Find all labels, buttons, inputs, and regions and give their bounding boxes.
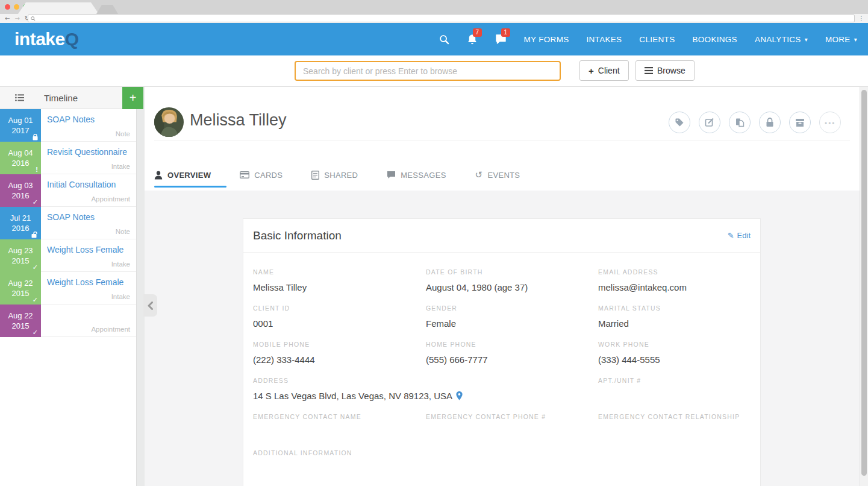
- lock-button[interactable]: [759, 112, 781, 133]
- info-row: NAMEMelissa Tilley DATE OF BIRTHAugust 0…: [253, 268, 751, 294]
- messages-bubble-button[interactable]: 1: [495, 34, 507, 45]
- address-search-icon: [31, 16, 36, 21]
- entry-date-block: Aug 03 2016 ✓: [0, 174, 41, 207]
- check-icon: ✓: [33, 329, 38, 336]
- tab-overview[interactable]: OVERVIEW: [154, 164, 211, 186]
- field-label: DATE OF BIRTH: [426, 268, 598, 277]
- bell-badge: 7: [473, 28, 482, 37]
- sidebar-collapse-handle[interactable]: [143, 294, 157, 317]
- chevron-down-icon: ▾: [854, 36, 857, 43]
- nav-item-bookings[interactable]: BOOKINGS: [692, 35, 737, 44]
- edit-basic-info-link[interactable]: ✎ Edit: [728, 231, 751, 240]
- credit-card-icon: [240, 171, 249, 178]
- lock-icon: [766, 118, 774, 127]
- field-value: Married: [598, 317, 751, 330]
- field-label: MARITAL STATUS: [598, 305, 751, 313]
- close-window-button[interactable]: [5, 4, 10, 10]
- entry-date-block: Aug 04 2016 !: [0, 142, 41, 174]
- timeline-entry[interactable]: Aug 01 2017 SOAP Notes Note: [0, 109, 136, 142]
- timeline-entry[interactable]: Aug 22 2015 ✓ Weight Loss Female Intake: [0, 272, 136, 305]
- map-pin-icon[interactable]: [456, 391, 463, 400]
- field-label: NAME: [253, 268, 426, 277]
- field-value: (555) 666-7777: [426, 353, 598, 366]
- timeline-entry[interactable]: Aug 03 2016 ✓ Initial Consultation Appoi…: [0, 174, 136, 207]
- field-value: [598, 425, 751, 438]
- archive-button[interactable]: [789, 112, 811, 133]
- scrollbar-thumb[interactable]: [861, 90, 867, 476]
- timeline-entry[interactable]: Aug 23 2015 ✓ Weight Loss Female Intake: [0, 239, 136, 272]
- copy-documents-button[interactable]: [729, 112, 751, 133]
- client-avatar[interactable]: [154, 107, 184, 137]
- browse-button[interactable]: Browse: [635, 60, 695, 81]
- entry-title[interactable]: Weight Loss Female: [47, 245, 130, 254]
- client-search-input[interactable]: [295, 61, 561, 81]
- browser-tab[interactable]: [18, 2, 99, 14]
- check-icon: ✓: [33, 297, 38, 303]
- check-icon: ✓: [33, 199, 38, 206]
- card-title: Basic Information: [253, 229, 342, 242]
- address-bar[interactable]: [28, 14, 855, 22]
- notifications-bell-button[interactable]: 7: [467, 34, 478, 45]
- unlock-icon: [31, 232, 38, 238]
- timeline-title: Timeline: [0, 93, 122, 103]
- entry-date-block: Aug 23 2015 ✓: [0, 239, 41, 272]
- timeline-entry[interactable]: Jul 21 2016 SOAP Notes Note: [0, 207, 136, 239]
- check-icon: ✓: [33, 264, 38, 271]
- client-detail-panel: Basic Information ✎ Edit NAMEMelissa Til…: [145, 87, 860, 486]
- exclamation-icon: !: [36, 166, 38, 173]
- field-value: [253, 425, 426, 438]
- forward-icon[interactable]: →: [14, 14, 19, 22]
- search-icon[interactable]: [439, 34, 449, 45]
- field-label: EMERGENCY CONTACT NAME: [253, 413, 426, 421]
- timeline-entry[interactable]: Aug 04 2016 ! Revisit Questionnaire Inta…: [0, 142, 136, 174]
- nav-item-my-forms[interactable]: MY FORMS: [524, 35, 569, 44]
- field-label: APT./UNIT #: [598, 377, 751, 385]
- document-icon: [311, 171, 319, 180]
- entry-title[interactable]: Initial Consultation: [47, 180, 130, 189]
- timeline-entry[interactable]: Aug 22 2015 ✓ Appointment: [0, 305, 136, 337]
- add-timeline-entry-button[interactable]: +: [122, 87, 143, 109]
- browser-titlebar: [0, 0, 868, 14]
- back-icon[interactable]: ←: [5, 14, 10, 22]
- tab-events[interactable]: ↺ EVENTS: [475, 164, 520, 186]
- intakeq-logo[interactable]: intakeQ: [14, 29, 79, 49]
- field-value: Melissa Tilley: [253, 280, 426, 294]
- entry-title[interactable]: SOAP Notes: [47, 115, 130, 124]
- tag-button[interactable]: [669, 112, 690, 133]
- timeline-header: Timeline +: [0, 87, 136, 109]
- new-tab-button[interactable]: [96, 5, 118, 14]
- edit-note-icon: [705, 118, 714, 127]
- entry-title[interactable]: SOAP Notes: [47, 212, 130, 222]
- plus-icon: +: [589, 66, 594, 76]
- chevron-left-icon: [148, 301, 153, 310]
- header-divider: [154, 140, 850, 140]
- client-action-buttons: ●●●: [669, 112, 841, 133]
- add-client-button[interactable]: + Client: [579, 60, 629, 81]
- entry-title[interactable]: Weight Loss Female: [47, 277, 130, 287]
- nav-item-clients[interactable]: CLIENTS: [639, 35, 675, 44]
- entry-type: Note: [116, 228, 130, 235]
- browser-menu-icon[interactable]: ⋮: [858, 14, 864, 23]
- person-icon: [154, 171, 163, 180]
- nav-item-analytics[interactable]: ANALYTICS▾: [755, 35, 808, 44]
- tab-shared[interactable]: SHARED: [311, 164, 358, 186]
- entry-title[interactable]: Revisit Questionnaire: [47, 147, 130, 157]
- edit-icon: ✎: [728, 231, 734, 240]
- field-label: EMERGENCY CONTACT PHONE #: [426, 413, 598, 421]
- client-tabs: OVERVIEW CARDS SHARED MESSAGES: [154, 164, 520, 186]
- app-navbar: intakeQ 7 1 MY FORMS INTAKES CLIENTS BOO…: [0, 23, 868, 55]
- nav-item-intakes[interactable]: INTAKES: [586, 35, 622, 44]
- more-actions-button[interactable]: ●●●: [819, 112, 841, 133]
- field-label: CLIENT ID: [253, 305, 426, 313]
- field-value: [598, 389, 751, 402]
- info-row: MOBILE PHONE(222) 333-4444 HOME PHONE(55…: [253, 341, 751, 366]
- tab-cards[interactable]: CARDS: [240, 164, 283, 186]
- edit-client-button[interactable]: [699, 112, 720, 133]
- entry-date-block: Aug 22 2015 ✓: [0, 305, 41, 337]
- minimize-window-button[interactable]: [14, 4, 19, 10]
- field-value: melissa@intakeq.com: [598, 280, 751, 294]
- nav-item-more[interactable]: MORE▾: [825, 35, 857, 44]
- browser-toolbar: ← → ↻ ⋮: [0, 14, 868, 23]
- page-scrollbar[interactable]: [860, 87, 868, 486]
- tab-messages[interactable]: MESSAGES: [387, 164, 446, 186]
